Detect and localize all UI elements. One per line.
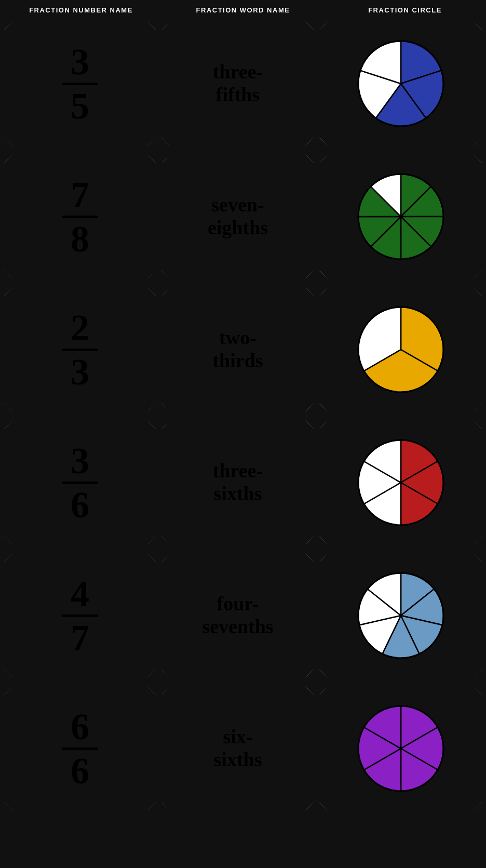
header-fraction-circle: FRACTION CIRCLE: [324, 6, 486, 14]
denominator: 6: [71, 486, 89, 524]
fraction-line: [62, 615, 98, 617]
header-fraction-number: FRACTION NUMBER NAME: [0, 6, 162, 14]
fraction-number-cell: 4 7: [3, 553, 157, 678]
fraction-word: three-fifths: [213, 61, 263, 106]
fraction-line: [62, 83, 98, 85]
fraction-circle-svg: [354, 436, 448, 529]
fraction-number: 3 5: [62, 43, 98, 125]
table-row: 7 8 seven-eighths: [3, 151, 483, 284]
numerator: 3: [71, 43, 89, 81]
denominator: 8: [71, 220, 89, 258]
denominator: 3: [71, 353, 89, 391]
fraction-word-cell: six-sixths: [161, 686, 315, 811]
table-row: 3 5 three-fifths: [3, 18, 483, 151]
table-row: 2 3 two-thirds: [3, 284, 483, 417]
fraction-number-cell: 7 8: [3, 154, 157, 279]
fraction-circle-cell: [319, 420, 483, 545]
fraction-word-cell: three-fifths: [161, 21, 315, 146]
fraction-word: six-sixths: [214, 726, 262, 771]
fraction-word: four-sevenths: [202, 593, 273, 638]
fraction-number-cell: 3 6: [3, 420, 157, 545]
fraction-word-cell: three-sixths: [161, 420, 315, 545]
fraction-line: [62, 216, 98, 218]
fraction-word-cell: two-thirds: [161, 287, 315, 412]
denominator: 7: [71, 619, 89, 657]
table-row: 3 6 three-sixths: [3, 417, 483, 550]
fraction-line: [62, 747, 98, 750]
table-row: 6 6 six-sixths: [3, 683, 483, 816]
numerator: 3: [71, 442, 89, 479]
fraction-word: seven-eighths: [208, 194, 268, 239]
numerator: 6: [71, 708, 89, 745]
fraction-circle-cell: [319, 21, 483, 146]
fraction-grid: 3 5 three-fifths 7 8 seven-eighths 2 3 t…: [0, 18, 486, 816]
fraction-word: three-sixths: [213, 460, 263, 505]
fraction-circle-svg: [354, 37, 448, 130]
fraction-number: 3 6: [62, 442, 98, 524]
header-row: FRACTION NUMBER NAME FRACTION WORD NAME …: [0, 0, 486, 18]
fraction-number-cell: 3 5: [3, 21, 157, 146]
fraction-word: two-thirds: [212, 327, 263, 372]
fraction-number-cell: 2 3: [3, 287, 157, 412]
fraction-number-cell: 6 6: [3, 686, 157, 811]
fraction-line: [62, 482, 98, 484]
numerator: 2: [71, 309, 89, 346]
fraction-number: 4 7: [62, 575, 98, 657]
fraction-circle-svg: [354, 170, 448, 263]
fraction-circle-svg: [354, 303, 448, 396]
fraction-circle-cell: [319, 154, 483, 279]
fraction-circle-cell: [319, 686, 483, 811]
fraction-circle-cell: [319, 553, 483, 678]
fraction-number: 7 8: [62, 176, 98, 258]
numerator: 7: [71, 176, 89, 213]
fraction-circle-svg: [354, 569, 448, 662]
fraction-number: 6 6: [62, 708, 98, 790]
numerator: 4: [71, 575, 89, 612]
table-row: 4 7 four-sevenths: [3, 550, 483, 683]
fraction-word-cell: four-sevenths: [161, 553, 315, 678]
fraction-line: [62, 349, 98, 351]
fraction-circle-cell: [319, 287, 483, 412]
fraction-word-cell: seven-eighths: [161, 154, 315, 279]
header-fraction-word: FRACTION WORD NAME: [162, 6, 324, 14]
fraction-number: 2 3: [62, 309, 98, 391]
denominator: 5: [71, 87, 89, 125]
denominator: 6: [71, 752, 89, 790]
fraction-circle-svg: [354, 702, 448, 795]
